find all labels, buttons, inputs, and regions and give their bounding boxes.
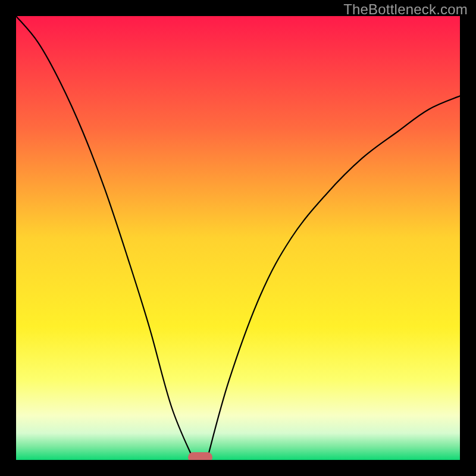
plot-area — [16, 16, 460, 460]
watermark-text: TheBottleneck.com — [343, 1, 468, 18]
bottleneck-curve — [16, 16, 460, 460]
optimal-marker — [188, 452, 212, 460]
